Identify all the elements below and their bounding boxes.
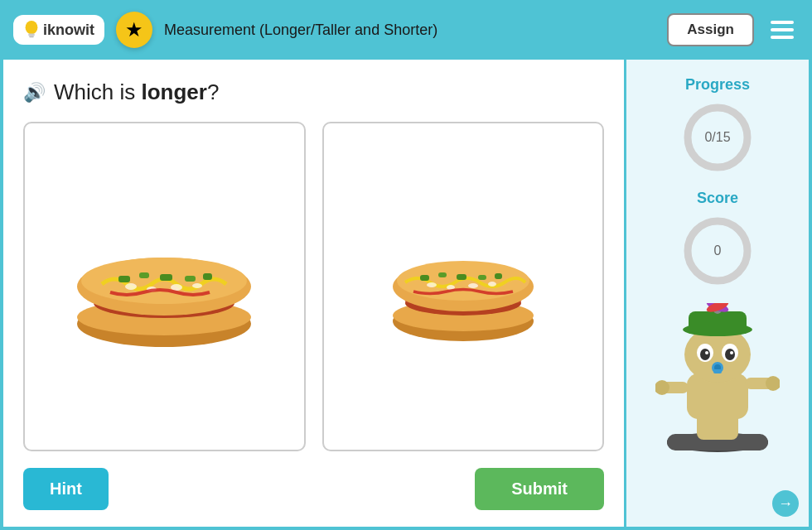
question-prefix: Which is: [54, 80, 141, 104]
svg-rect-10: [139, 272, 149, 278]
svg-rect-13: [203, 273, 212, 280]
svg-point-0: [26, 21, 38, 35]
score-value: 0: [714, 243, 722, 258]
svg-point-58: [705, 351, 708, 354]
lesson-title: Measurement (Longer/Taller and Shorter): [164, 22, 655, 39]
score-ring: 0: [680, 214, 755, 288]
app-header: iknowit ★ Measurement (Longer/Taller and…: [0, 0, 812, 60]
menu-button[interactable]: [766, 16, 799, 44]
next-arrow[interactable]: →: [772, 490, 799, 517]
svg-point-59: [730, 351, 733, 354]
svg-point-56: [700, 349, 710, 360]
question-text: Which is longer?: [54, 80, 219, 105]
svg-rect-11: [160, 274, 172, 281]
question-keyword: longer: [141, 80, 206, 104]
choices-row: [23, 122, 604, 451]
hotdog-b-image: [337, 229, 590, 344]
mascot-svg: [655, 303, 780, 452]
assign-button[interactable]: Assign: [667, 13, 754, 46]
svg-point-14: [125, 283, 137, 290]
hotdog-large-svg: [69, 224, 259, 349]
svg-rect-9: [118, 276, 130, 282]
svg-point-57: [725, 349, 735, 360]
svg-point-32: [488, 282, 496, 287]
hint-button[interactable]: Hint: [23, 468, 109, 510]
right-panel-content: Progress 0/15 Score 0: [626, 60, 809, 460]
menu-line-2: [771, 28, 794, 31]
svg-rect-28: [495, 273, 502, 279]
svg-rect-26: [457, 274, 466, 280]
star-icon: ★: [116, 12, 152, 48]
progress-value: 0/15: [704, 130, 730, 145]
bulb-icon: [23, 20, 40, 40]
question-suffix: ?: [207, 80, 219, 104]
menu-line-1: [771, 21, 794, 24]
choice-a[interactable]: [23, 122, 306, 451]
question-row: 🔊 Which is longer?: [23, 80, 604, 105]
menu-line-3: [771, 36, 794, 39]
logo: iknowit: [13, 15, 104, 45]
choice-b[interactable]: [322, 122, 605, 451]
hotdog-small-svg: [380, 229, 546, 344]
svg-rect-1: [28, 34, 34, 36]
svg-rect-2: [29, 36, 34, 37]
svg-rect-62: [713, 369, 722, 373]
svg-rect-25: [438, 272, 447, 277]
main-content: 🔊 Which is longer?: [0, 60, 812, 530]
svg-rect-12: [185, 276, 196, 282]
svg-point-17: [192, 283, 202, 288]
sidebar: Progress 0/15 Score 0: [626, 60, 809, 527]
svg-rect-27: [478, 275, 486, 280]
sound-icon[interactable]: 🔊: [23, 82, 46, 104]
progress-ring: 0/15: [680, 100, 755, 175]
svg-point-31: [468, 283, 478, 288]
score-label: Score: [697, 190, 738, 207]
svg-point-29: [427, 282, 437, 287]
svg-rect-50: [689, 311, 747, 333]
bottom-actions: Hint Submit: [23, 468, 604, 510]
logo-text: iknowit: [43, 22, 94, 39]
progress-label: Progress: [685, 76, 750, 94]
mascot-area: [640, 303, 795, 452]
hotdog-a-image: [38, 224, 291, 349]
svg-rect-24: [420, 275, 429, 281]
submit-button[interactable]: Submit: [475, 468, 604, 510]
question-panel: 🔊 Which is longer?: [3, 60, 626, 527]
